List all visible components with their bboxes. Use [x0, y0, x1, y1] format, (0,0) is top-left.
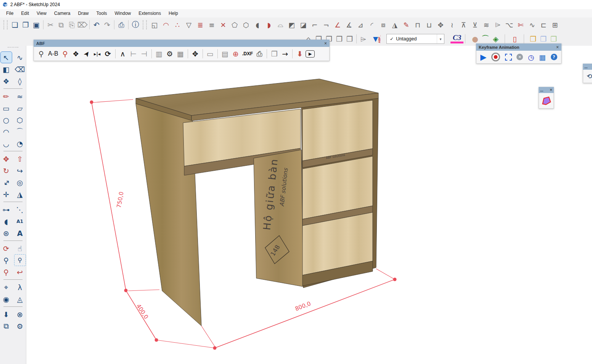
move-tool[interactable]: ✥ [0, 153, 12, 165]
close-icon[interactable]: × [556, 45, 559, 50]
overflow-dots[interactable]: ... [540, 88, 543, 92]
push-pull-tool[interactable]: ⇧ [14, 153, 26, 165]
panels-layout-button[interactable]: ▤ [220, 48, 230, 59]
menu-extensions[interactable]: Extensions [135, 10, 165, 17]
menu-camera[interactable]: Camera [50, 10, 74, 17]
menu-file[interactable]: File [2, 10, 17, 17]
abf-drill-button[interactable]: ▼ ABF_ [373, 35, 381, 43]
cut-selection-tool[interactable]: ⊗ [14, 308, 26, 320]
tag-tool[interactable]: ◊ [14, 75, 26, 87]
ext-column-cluster[interactable]: ⊔ [423, 19, 435, 30]
axes-compass-tool[interactable]: ⊛ [0, 227, 12, 239]
ext-corner-left[interactable]: ⌐ [309, 19, 320, 30]
desk-geometry[interactable] [136, 79, 378, 326]
pan-tool[interactable]: ☝ [14, 242, 26, 254]
circle-tool[interactable]: ○ [0, 114, 12, 126]
model-info-button[interactable]: ⓘ [130, 19, 141, 30]
dimension-tool[interactable]: ⋱ [14, 204, 26, 215]
red-frame-tool-button[interactable]: ▯ [510, 34, 520, 44]
undo-button[interactable]: ↶ [91, 19, 102, 30]
zoom-part-button[interactable]: ⚲ [60, 48, 70, 59]
close-icon[interactable]: × [324, 41, 327, 46]
clamp-left-button[interactable]: ⊢ [129, 48, 138, 59]
offset-tool[interactable]: ◎ [14, 176, 26, 188]
rotated-rectangle-tool[interactable]: ▱ [14, 102, 26, 114]
ext-cube-frame[interactable]: ⧈ [378, 19, 389, 30]
overflow-dots[interactable]: ... [584, 65, 587, 69]
select-keyframes-button[interactable] [505, 54, 512, 61]
cube-corner-blue-button[interactable]: ❒ [538, 34, 549, 44]
play-export-button[interactable]: ▶ [306, 50, 315, 58]
orbit-refresh-icon[interactable]: ⟲ [587, 72, 592, 80]
ext-face-pull[interactable]: ⬡ [240, 19, 252, 30]
ab-label-button[interactable]: A-B [47, 50, 60, 57]
tape-measure-tool[interactable]: ⊶ [0, 204, 12, 215]
menu-window[interactable]: Window [111, 10, 135, 17]
3d-text-tool[interactable]: A [14, 227, 26, 239]
ext-panel-fold[interactable]: ⊼ [458, 19, 469, 30]
previous-view-tool[interactable]: ↩ [14, 266, 26, 278]
mini-toolbar-titlebar[interactable]: ... [583, 64, 592, 70]
print-label-button[interactable]: ⎙ [254, 48, 264, 59]
timing-button[interactable]: ◷ [528, 53, 534, 61]
menu-view[interactable]: View [33, 10, 50, 17]
crystal-tool-button[interactable]: ◈ [491, 34, 501, 44]
cube-corner-yellow-button[interactable]: ❒ [528, 34, 538, 44]
ext-screw-insert[interactable]: ⌲ [492, 19, 504, 30]
view-side-button[interactable]: ❒ [334, 34, 344, 44]
polygon-tool[interactable]: ⬡ [14, 114, 26, 126]
close-icon[interactable]: × [550, 87, 552, 93]
zoom-window-tool[interactable]: ⚲ [14, 254, 26, 266]
menu-draw[interactable]: Draw [74, 10, 93, 17]
save-file-button[interactable]: ▣ [31, 19, 42, 30]
orbit-tool[interactable]: ⟳ [0, 242, 12, 254]
paint-bucket-tool[interactable]: ◧ [0, 63, 12, 75]
ext-surface-sail[interactable]: ◮ [389, 19, 401, 30]
ext-push-face[interactable]: ◱ [149, 19, 160, 30]
tag-part-button[interactable]: ❖ [71, 48, 81, 59]
eraser-tool[interactable]: ⌫ [14, 63, 26, 75]
print-button[interactable]: ⎙ [116, 19, 127, 30]
walk-tool[interactable]: λ [14, 281, 26, 293]
record-keyframe-button[interactable] [491, 53, 500, 61]
ext-polygon-select[interactable]: ⬠ [229, 19, 240, 30]
ext-pen-engrave[interactable]: ✎ [401, 19, 412, 30]
export-layers-tool[interactable]: ⧉ [0, 320, 12, 332]
ext-path-points[interactable]: ∴ [172, 19, 183, 30]
play-animation-button[interactable]: ▶ [480, 53, 486, 62]
menu-edit[interactable]: Edit [17, 10, 33, 17]
ext-column-array[interactable]: ⊓ [412, 19, 423, 30]
ext-arc-plus[interactable]: ◠ [160, 19, 172, 30]
ext-angle-arc[interactable]: ∡ [343, 19, 355, 30]
open-file-button[interactable]: ❐ [20, 19, 31, 30]
columns-button[interactable]: ▥ [154, 48, 164, 59]
view-top-button[interactable]: ❒ [344, 34, 355, 44]
ext-joint-chain[interactable]: ≀ [446, 19, 458, 30]
ext-dome-cut[interactable]: ◪ [298, 19, 309, 30]
zoom-tool[interactable]: ⚲ [0, 254, 12, 266]
ext-corner-right[interactable]: ¬ [320, 19, 332, 30]
camera-view-button[interactable]: ⌲ [358, 34, 368, 44]
delete-button[interactable]: ⌦ [77, 19, 88, 30]
ext-angle-edge[interactable]: ∠ [332, 19, 343, 30]
ext-cut-red[interactable]: ✄ [515, 19, 526, 30]
rectangle-frame-button[interactable]: ▭ [205, 48, 215, 59]
sync-button[interactable]: ⟳ [103, 48, 113, 59]
flip-tool[interactable]: ◮ [14, 188, 26, 200]
ext-stair-ramp[interactable]: ⊏ [538, 19, 549, 30]
ext-cube-round[interactable]: ⌓ [275, 19, 286, 30]
table-button[interactable]: ▦ [175, 48, 185, 59]
stone-material-button[interactable]: ● [470, 34, 480, 44]
protractor-tool[interactable]: ◖ [0, 215, 12, 227]
select-tool[interactable]: ↖ [0, 51, 12, 63]
import-component-tool[interactable]: ⬇ [0, 308, 12, 320]
position-camera-tool[interactable]: ⌖ [0, 281, 12, 293]
rectangle-tool[interactable]: ▭ [0, 102, 12, 114]
arc-tool[interactable]: ◠ [0, 126, 12, 138]
three-point-arc-tool[interactable]: ◡ [0, 138, 12, 149]
gear-icon[interactable]: ⚙ [165, 48, 175, 59]
box-3d-button[interactable]: ❒ [269, 48, 279, 59]
mirror-button[interactable]: ▸|◂ [92, 48, 102, 59]
ext-bevel-edge[interactable]: ◩ [286, 19, 298, 30]
section-view-tool[interactable]: ◬ [14, 293, 26, 305]
